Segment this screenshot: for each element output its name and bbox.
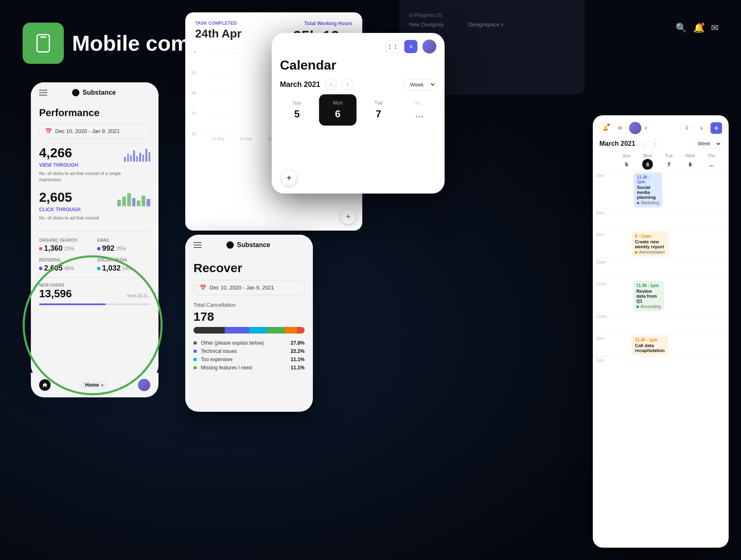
- dot-cyan: [97, 267, 100, 270]
- cancel-item-1: Other (please explain below) 27.8%: [193, 340, 305, 346]
- mini-bar-chart1: [124, 145, 150, 162]
- event-weekly-report[interactable]: 9 - 11am Create new weekly report Admini…: [631, 231, 668, 257]
- cell-mon-11am: 11.30 - 1pm Review data from Q1 Accounti…: [633, 280, 664, 312]
- rp-cal-title-row: March 2021 ‹ › Week Month: [593, 138, 729, 152]
- grid-view-button[interactable]: ⋮⋮: [386, 40, 399, 53]
- page-title: Mobile components: [72, 31, 273, 56]
- rp-prev-btn[interactable]: ‹: [638, 139, 648, 148]
- metric1-desc: No. of clicks to ad that consist of a si…: [39, 170, 124, 183]
- time-row-9am: 9am 9 - 11am Create new weekly report Ad…: [596, 230, 725, 258]
- rp-view-icons: ⠿ ≡ +: [681, 122, 722, 134]
- rp-day-thu: Thu ...: [701, 153, 722, 170]
- search-icon[interactable]: 🔍: [676, 23, 687, 33]
- bar-seg-4: [267, 327, 284, 334]
- cal-day-mon6[interactable]: Mon 6: [319, 94, 357, 126]
- tag-dot-blue: [637, 202, 639, 204]
- cell-mon-7am: 11.30 - 1pm Social media planning Market…: [634, 172, 662, 208]
- cancel-item-2: Technical issues 22.2%: [193, 348, 305, 354]
- bar-seg-2: [225, 327, 249, 334]
- rp-month: March 2021: [599, 140, 635, 147]
- rp-time-col-header: [599, 153, 616, 170]
- event-social-media[interactable]: 11.30 - 1pm Social media planning Market…: [634, 173, 662, 208]
- dot-blue: [97, 247, 100, 250]
- event-call-data[interactable]: 11.30 - 1pm Call data recapitulation: [631, 335, 668, 355]
- cancel-item-3: Too expensive 11.1%: [193, 357, 305, 362]
- cal-view-select[interactable]: Week Month Day: [404, 79, 436, 90]
- rp-avatar: [629, 122, 641, 134]
- recover-date-range: 📅 Dec 10, 2020 - Jan 9, 2021: [193, 280, 305, 295]
- fab-add-button[interactable]: +: [341, 209, 356, 224]
- cal-title-row: Calendar: [272, 54, 445, 76]
- recover-content: Recover 📅 Dec 10, 2020 - Jan 9, 2021 Tot…: [185, 253, 313, 381]
- cell-mon-1pm: 11.30 - 1pm Call data recapitulation: [631, 334, 668, 356]
- metric2-link[interactable]: CLICK THROUGH: [39, 207, 99, 212]
- cal-days: Sun 5 Mon 6 Tue 7 W... ...: [272, 94, 445, 126]
- rp-timeline: 7am 11.30 - 1pm Social media planning Ma…: [593, 171, 729, 378]
- cal-day-sun5[interactable]: Sun 5: [278, 94, 316, 126]
- performance-phone-card: Substance Performance 📅 Dec 10, 2020 - J…: [31, 82, 158, 379]
- traffic-referral: REFERRAL 2,605 46%: [39, 258, 92, 273]
- dot-3: [193, 358, 197, 361]
- dot-4: [193, 366, 197, 369]
- cal-prev-button[interactable]: ‹: [325, 79, 337, 90]
- cal-month: March 2021: [280, 80, 320, 89]
- substance-logo-2: Substance: [226, 241, 270, 249]
- home-icon[interactable]: [39, 379, 51, 391]
- list-view-button[interactable]: ≡: [404, 40, 417, 53]
- cal-top-bar: ⋮⋮ ≡: [272, 33, 445, 54]
- rp-grid-view[interactable]: ⠿: [681, 122, 692, 134]
- cal-day-tue7[interactable]: Tue 7: [360, 94, 397, 126]
- rp-day-wed: Wed 8: [680, 153, 701, 170]
- kanban-item1: New Designsp: [409, 21, 444, 28]
- rp-dropdown-icon[interactable]: ▾: [645, 126, 647, 131]
- hamburger-menu-2[interactable]: [193, 242, 202, 248]
- mobile-icon: [33, 33, 54, 54]
- rp-icons: 🔔 ✉ ▾: [599, 122, 647, 134]
- rp-notif-dot: [607, 124, 610, 126]
- bar-seg-3: [249, 327, 267, 334]
- title-banner: Mobile components: [23, 23, 273, 64]
- progress-bar: [39, 303, 150, 305]
- notification-icon[interactable]: 🔔: [693, 23, 704, 33]
- mail-icon[interactable]: ✉: [711, 23, 718, 33]
- rp-view-select[interactable]: Week Month: [692, 139, 722, 148]
- calendar-popup: ⋮⋮ ≡ Calendar March 2021 ‹ › Week Month …: [272, 33, 445, 194]
- rp-day-sun: Sun 5: [616, 153, 637, 170]
- time-row-10am: 10am: [596, 258, 725, 280]
- metric2-value: 2,605: [39, 190, 99, 205]
- metric1-value: 4,266: [39, 145, 124, 161]
- performance-title: Performance: [39, 107, 150, 119]
- title-icon-box: [23, 23, 64, 64]
- dot-blue-2: [39, 267, 42, 270]
- bar-seg-5: [284, 327, 297, 334]
- rp-day-mon: Mon 6: [637, 153, 659, 170]
- hamburger-menu[interactable]: [39, 90, 47, 96]
- home-tab[interactable]: Home ▾: [80, 380, 108, 390]
- traffic-organic: ORGANIC SEARCH 1,360 25%: [39, 238, 92, 253]
- progress-fill: [39, 303, 106, 305]
- dot-2: [193, 350, 197, 353]
- cal-add-button[interactable]: +: [282, 170, 296, 185]
- bottom-avatar: [138, 379, 150, 391]
- rp-notif-icon[interactable]: 🔔: [599, 122, 611, 134]
- cal-next-button[interactable]: ›: [342, 79, 353, 90]
- cell-tue-7am: [664, 172, 683, 208]
- cell-mon-9am: 9 - 11am Create new weekly report Admini…: [631, 231, 668, 258]
- rp-list-view[interactable]: ≡: [696, 122, 707, 134]
- rp-add-event-button[interactable]: +: [711, 122, 722, 134]
- kanban-item2: Designspace v: [468, 21, 503, 28]
- color-bar: [193, 327, 305, 334]
- metric1-link[interactable]: VIEW THROUGH: [39, 162, 124, 168]
- cal-nav-row: March 2021 ‹ › Week Month Day: [272, 76, 445, 94]
- traffic-grid: ORGANIC SEARCH 1,360 25% EMAIL 992 25% R…: [39, 231, 150, 273]
- time-row-2pm: 2pm: [596, 356, 725, 378]
- time-row-12am: 12am: [596, 312, 725, 334]
- traffic-social: SOCIAL MEDIA 1,032 14%: [97, 258, 150, 273]
- cancel-item-4: Missing features I need 11.1%: [193, 365, 305, 371]
- dot-pink: [39, 247, 42, 250]
- cal-day-wed8[interactable]: W... ...: [401, 94, 438, 126]
- event-review-data[interactable]: 11.30 - 1pm Review data from Q1 Accounti…: [633, 281, 664, 311]
- new-users-section: NEW USERS 13,596 from 23,0...: [39, 278, 150, 305]
- rp-mail-icon[interactable]: ✉: [614, 122, 626, 134]
- rp-next-btn[interactable]: ›: [651, 139, 660, 148]
